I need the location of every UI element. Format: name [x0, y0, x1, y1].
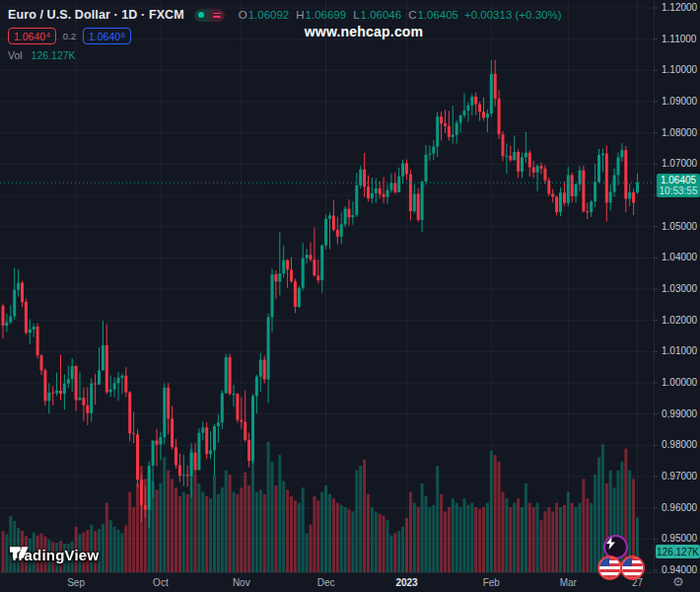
candle[interactable]: [609, 185, 612, 211]
candle[interactable]: [278, 232, 281, 295]
candle[interactable]: [21, 281, 24, 307]
candle[interactable]: [536, 164, 539, 191]
candle[interactable]: [197, 428, 200, 470]
candle[interactable]: [628, 184, 631, 206]
price-tick-label[interactable]: 0.96000: [662, 502, 697, 513]
candle[interactable]: [178, 454, 181, 482]
candle[interactable]: [251, 394, 254, 464]
candle[interactable]: [440, 111, 443, 140]
candle[interactable]: [94, 374, 97, 405]
time-tick-label[interactable]: 2023: [395, 577, 417, 588]
candle[interactable]: [571, 173, 574, 202]
candle[interactable]: [486, 110, 489, 132]
sell-bid-button[interactable]: 1.06404: [8, 28, 56, 44]
candle[interactable]: [124, 367, 127, 397]
candle[interactable]: [532, 161, 535, 178]
candle[interactable]: [421, 181, 424, 232]
candle[interactable]: [444, 110, 447, 132]
candle[interactable]: [594, 164, 596, 207]
candle[interactable]: [328, 212, 331, 249]
candle[interactable]: [597, 149, 600, 184]
candle[interactable]: [463, 93, 466, 117]
candle[interactable]: [13, 267, 16, 319]
candle[interactable]: [5, 314, 8, 332]
time-tick-label[interactable]: Mar: [560, 577, 577, 588]
volume-label[interactable]: Vol: [8, 49, 23, 61]
candle[interactable]: [579, 166, 582, 191]
candle[interactable]: [136, 429, 139, 487]
candle[interactable]: [294, 279, 297, 314]
candle[interactable]: [290, 258, 293, 283]
candle[interactable]: [59, 355, 62, 401]
candle[interactable]: [494, 60, 497, 107]
candle[interactable]: [128, 391, 131, 441]
candle[interactable]: [221, 391, 224, 430]
candle[interactable]: [386, 185, 389, 204]
candle[interactable]: [632, 188, 635, 215]
source-toggle-icon[interactable]: [194, 9, 225, 22]
candle[interactable]: [551, 189, 554, 203]
candle[interactable]: [332, 200, 335, 232]
candle[interactable]: [340, 212, 343, 244]
candle[interactable]: [244, 391, 246, 442]
candle[interactable]: [120, 374, 123, 395]
candle[interactable]: [113, 378, 116, 398]
price-tick-label[interactable]: 1.12000: [662, 2, 697, 13]
price-tick-label[interactable]: 0.95000: [662, 533, 697, 544]
candle[interactable]: [2, 304, 5, 339]
candle[interactable]: [47, 383, 50, 413]
candle[interactable]: [109, 376, 112, 398]
candle[interactable]: [51, 386, 54, 406]
candle[interactable]: [525, 132, 527, 163]
candle[interactable]: [205, 422, 208, 459]
price-tick-label[interactable]: 1.02000: [662, 315, 697, 326]
candle[interactable]: [182, 455, 185, 486]
candle[interactable]: [397, 168, 400, 192]
candle[interactable]: [132, 411, 135, 443]
candle[interactable]: [405, 160, 408, 181]
candle[interactable]: [105, 325, 108, 395]
price-tick-label[interactable]: 1.03000: [662, 283, 697, 294]
price-tick-label[interactable]: 1.07000: [662, 158, 697, 169]
candle[interactable]: [336, 217, 339, 245]
candle[interactable]: [559, 187, 562, 216]
candle[interactable]: [601, 149, 604, 173]
candle[interactable]: [452, 106, 455, 143]
candle[interactable]: [29, 320, 32, 344]
candle[interactable]: [409, 170, 412, 221]
candle[interactable]: [448, 111, 451, 141]
price-tick-label[interactable]: 0.98000: [662, 439, 697, 450]
tradingview-logo[interactable]: TradingView: [10, 547, 99, 563]
price-tick-label[interactable]: 0.97000: [662, 471, 697, 481]
candle[interactable]: [498, 90, 501, 139]
candle[interactable]: [240, 398, 243, 429]
candle[interactable]: [466, 103, 469, 122]
candle[interactable]: [363, 153, 366, 197]
price-tick-label[interactable]: 1.05000: [662, 221, 697, 232]
candle[interactable]: [86, 387, 89, 425]
candle[interactable]: [213, 423, 216, 475]
candle[interactable]: [282, 246, 285, 278]
candle[interactable]: [478, 102, 481, 121]
candle[interactable]: [617, 153, 620, 185]
symbol-title[interactable]: Euro / U.S. Dollar · 1D · FXCM: [8, 8, 184, 22]
candle[interactable]: [306, 249, 309, 263]
candle[interactable]: [167, 383, 170, 434]
candle[interactable]: [67, 366, 70, 389]
candle[interactable]: [505, 143, 508, 174]
candle[interactable]: [90, 379, 93, 422]
price-tick-label[interactable]: 1.04000: [662, 252, 697, 262]
candle[interactable]: [75, 366, 78, 411]
candle[interactable]: [371, 178, 374, 204]
candle[interactable]: [428, 146, 431, 161]
candle[interactable]: [40, 354, 43, 375]
candle[interactable]: [247, 433, 250, 468]
candle[interactable]: [171, 406, 174, 449]
candle[interactable]: [355, 173, 358, 217]
candle[interactable]: [175, 439, 177, 469]
time-tick-label[interactable]: Nov: [233, 577, 250, 588]
candle[interactable]: [9, 305, 12, 324]
candle[interactable]: [117, 372, 120, 401]
candle[interactable]: [567, 167, 570, 206]
candle[interactable]: [413, 185, 416, 213]
